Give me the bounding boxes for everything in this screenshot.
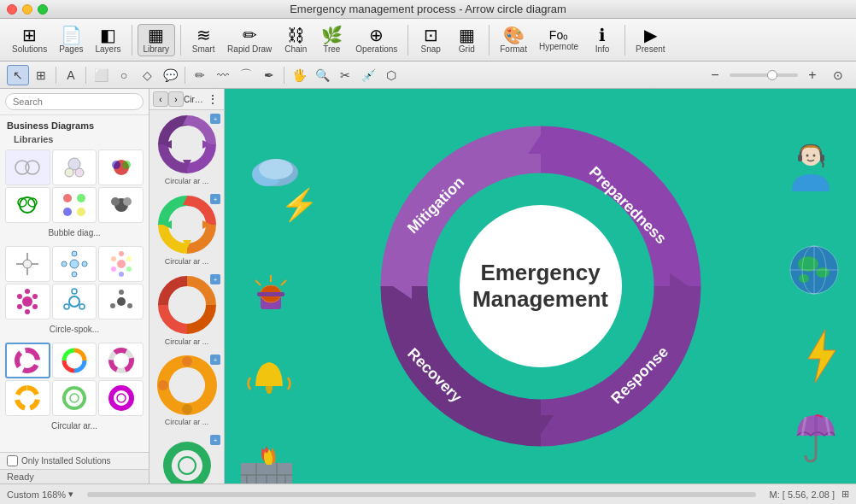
- spok-cell-5[interactable]: [52, 284, 97, 319]
- zoom-slider[interactable]: [730, 73, 798, 77]
- toolbar-rapid-draw[interactable]: ✏ Rapid Draw: [222, 25, 277, 56]
- svg-point-63: [182, 356, 192, 366]
- nav-back-btn[interactable]: ‹: [153, 91, 168, 107]
- alarm-icon: [245, 268, 296, 322]
- only-installed-label: Only Installed Solutions: [21, 456, 111, 466]
- circ-ar-cell-5[interactable]: [52, 380, 97, 416]
- select-tool[interactable]: ↖: [7, 65, 29, 85]
- lightning-icon-right: [800, 326, 842, 397]
- circ-ar-cell-4[interactable]: [5, 380, 50, 416]
- svg-point-31: [126, 267, 132, 272]
- toolbar-tree[interactable]: 🌿 Tree: [314, 25, 349, 56]
- svg-point-67: [179, 457, 196, 474]
- text-tool[interactable]: A: [60, 65, 82, 85]
- bubble-cell-1[interactable]: [5, 149, 50, 185]
- only-installed-checkbox[interactable]: [7, 455, 18, 466]
- library-menu-btn[interactable]: ⋮: [205, 91, 220, 107]
- callout-tool[interactable]: 💬: [159, 65, 181, 85]
- lib-item-4[interactable]: + Circular ar ...: [151, 353, 222, 430]
- zoom-in-btn[interactable]: +: [801, 65, 824, 85]
- lib-item-2[interactable]: + Circular ar ...: [151, 192, 222, 269]
- lib-item-5[interactable]: + Circular ar ...: [151, 433, 222, 483]
- bubble-cell-2[interactable]: [52, 149, 97, 185]
- circ-ar-cell-2[interactable]: [52, 343, 97, 378]
- zoom-control: − + ⊙: [704, 65, 849, 85]
- bubble-cell-3[interactable]: [98, 149, 144, 185]
- bubble-cell-6[interactable]: [98, 187, 144, 223]
- bezier-tool[interactable]: ✒: [258, 65, 280, 85]
- crop-tool[interactable]: ✂: [334, 65, 356, 85]
- svg-point-6: [112, 161, 120, 169]
- toolbar-format[interactable]: 🎨 Format: [495, 25, 532, 56]
- line-tool[interactable]: 〰: [212, 65, 234, 85]
- lib-name-4: Circular ar ...: [151, 418, 222, 430]
- left-tree: Business Diagrams Libraries: [0, 115, 149, 452]
- zoom-out-btn[interactable]: −: [704, 65, 726, 85]
- eyedrop-tool[interactable]: 💉: [357, 65, 379, 85]
- hand-tool[interactable]: 🖐: [288, 65, 310, 85]
- circular-ar-label: Circular ar...: [0, 419, 149, 436]
- spok-cell-6[interactable]: [98, 284, 144, 319]
- spok-cell-1[interactable]: [5, 246, 50, 282]
- bubble-cell-4[interactable]: [5, 187, 50, 223]
- circ-ar-cell-3[interactable]: [98, 343, 144, 378]
- toolbar-chain[interactable]: ⛓ Chain: [278, 25, 313, 56]
- lib-item-1[interactable]: + Circular ar ...: [151, 112, 222, 189]
- svg-point-82: [267, 389, 272, 394]
- maximize-button[interactable]: [38, 4, 48, 15]
- status-zoom: Custom 168% ▾: [7, 489, 73, 500]
- rect-tool[interactable]: ⬜: [90, 65, 112, 85]
- circ-ar-cell-6[interactable]: [98, 380, 144, 416]
- bell-icon: [243, 354, 295, 414]
- status-ready: Ready: [0, 469, 149, 483]
- minimize-button[interactable]: [22, 4, 32, 15]
- svg-marker-108: [808, 330, 835, 383]
- toolbar-solutions[interactable]: ⊞ Solutions: [7, 25, 52, 56]
- svg-point-46: [117, 297, 126, 306]
- traffic-lights: [7, 4, 48, 15]
- tree-section-business: Business Diagrams: [0, 119, 149, 132]
- svg-point-1: [26, 161, 39, 174]
- ellipse-tool[interactable]: ○: [113, 65, 135, 85]
- toolbar-grid[interactable]: ▦ Grid: [449, 25, 484, 56]
- toolbar-smart[interactable]: ≋ Smart: [186, 25, 220, 56]
- diamond-tool[interactable]: ◇: [136, 65, 158, 85]
- transform-tool[interactable]: ⬡: [380, 65, 402, 85]
- toolbar-snap[interactable]: ⊡ Snap: [413, 25, 448, 56]
- circle-spok-grid: [0, 243, 149, 323]
- pen-tool[interactable]: ✏: [189, 65, 211, 85]
- spok-cell-4[interactable]: [5, 284, 50, 319]
- circle-spok-label: Circle-spok...: [0, 323, 149, 339]
- toolbar-operations[interactable]: ⊕ Operations: [350, 25, 402, 56]
- toolbar-hypernote[interactable]: Fo₀ Hypernote: [534, 27, 583, 53]
- nav-forward-btn[interactable]: ›: [168, 91, 184, 107]
- svg-line-80: [255, 280, 261, 285]
- bubble-cell-5[interactable]: [52, 187, 97, 223]
- svg-point-16: [111, 197, 120, 206]
- svg-point-43: [72, 289, 77, 294]
- spok-cell-2[interactable]: [52, 246, 97, 282]
- svg-point-30: [126, 256, 132, 261]
- toolbar-layers[interactable]: ◧ Layers: [91, 25, 126, 56]
- zoom-fit-btn[interactable]: ⊙: [827, 65, 849, 85]
- circ-ar-cell-1[interactable]: [5, 343, 50, 378]
- canvas[interactable]: ⚡: [225, 89, 856, 483]
- toolbar-info[interactable]: ℹ Info: [585, 25, 619, 56]
- spok-cell-3[interactable]: [98, 246, 144, 282]
- lib-badge-2: +: [210, 194, 220, 204]
- zoom-in-tool[interactable]: 🔍: [311, 65, 333, 85]
- lib-name-1: Circular ar ...: [151, 177, 222, 189]
- lib-item-3[interactable]: + Circular ar ...: [151, 273, 222, 349]
- toolbar-separator-4: [489, 25, 490, 56]
- toolbar-library[interactable]: ▦ Library: [138, 24, 176, 56]
- lightning-icon-left: ⚡: [280, 190, 319, 220]
- zoom-progress-bar[interactable]: [87, 492, 755, 497]
- close-button[interactable]: [7, 4, 17, 15]
- toolbar-present[interactable]: ▶ Present: [630, 25, 670, 56]
- arc-tool[interactable]: ⌒: [235, 65, 257, 85]
- select-rect-tool[interactable]: ⊞: [30, 65, 52, 85]
- search-input[interactable]: [5, 93, 144, 110]
- svg-point-42: [69, 296, 79, 307]
- toolbar-pages[interactable]: 📄 Pages: [54, 25, 88, 56]
- svg-point-23: [70, 260, 79, 268]
